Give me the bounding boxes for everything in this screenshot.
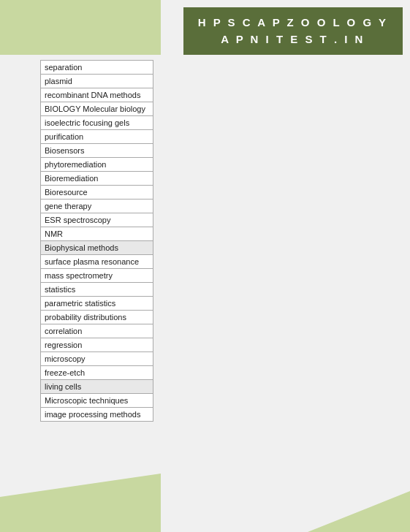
table-cell-label: correlation <box>41 324 153 338</box>
bg-bottom-right-shape <box>264 474 410 532</box>
table-cell-label: surface plasma resonance <box>41 255 153 269</box>
topic-table: separationplasmidrecombinant DNA methods… <box>40 60 153 422</box>
table-cell-label: regression <box>41 338 153 352</box>
bg-bottom-left-shape <box>0 474 161 532</box>
header-line2: A P N I T E S T . I N <box>221 33 365 45</box>
table-row: separation <box>41 61 153 75</box>
table-row: ESR spectroscopy <box>41 213 153 227</box>
table-cell-label: Bioresource <box>41 186 153 200</box>
header-title: H P S C A P Z O O L O G Y A P N I T E S … <box>198 15 388 48</box>
table-cell-label: parametric statistics <box>41 297 153 311</box>
table-row: Bioresource <box>41 186 153 200</box>
table-row: parametric statistics <box>41 297 153 311</box>
table-cell-label: ESR spectroscopy <box>41 213 153 227</box>
table-row: recombinant DNA methods <box>41 88 153 102</box>
table-cell-label: plasmid <box>41 75 153 88</box>
table-row: correlation <box>41 324 153 338</box>
table-cell-label: statistics <box>41 283 153 297</box>
table-row: Bioremediation <box>41 172 153 186</box>
table-cell-label: phytoremediation <box>41 158 153 172</box>
table-cell-label: probability distributions <box>41 311 153 324</box>
table-cell-label: BIOLOGY Molecular biology <box>41 102 153 116</box>
table-cell-label: freeze-etch <box>41 366 153 380</box>
table-cell-label: image processing methods <box>41 408 153 422</box>
table-row: plasmid <box>41 75 153 88</box>
header-line1: H P S C A P Z O O L O G Y <box>198 16 388 28</box>
table-row: surface plasma resonance <box>41 255 153 269</box>
table-cell-label: recombinant DNA methods <box>41 88 153 102</box>
table-cell-label: mass spectrometry <box>41 269 153 283</box>
table-cell-label: Bioremediation <box>41 172 153 186</box>
table-row: phytoremediation <box>41 158 153 172</box>
table-row: Biosensors <box>41 144 153 158</box>
table-row: mass spectrometry <box>41 269 153 283</box>
table-row: image processing methods <box>41 408 153 422</box>
table-row: regression <box>41 338 153 352</box>
table-row: freeze-etch <box>41 366 153 380</box>
table-row: BIOLOGY Molecular biology <box>41 102 153 116</box>
table-row: Microscopic techniques <box>41 394 153 408</box>
table-row: isoelectric focusing gels <box>41 116 153 130</box>
content-table-container: separationplasmidrecombinant DNA methods… <box>40 60 153 422</box>
table-row: gene therapy <box>41 200 153 213</box>
table-cell-label: separation <box>41 61 153 75</box>
table-cell-label: NMR <box>41 227 153 241</box>
table-row: living cells <box>41 380 153 394</box>
table-row: microscopy <box>41 352 153 366</box>
table-cell-label: gene therapy <box>41 200 153 213</box>
table-cell-label: isoelectric focusing gels <box>41 116 153 130</box>
table-row: Biophysical methods <box>41 241 153 255</box>
table-cell-label: Biosensors <box>41 144 153 158</box>
table-cell-label: living cells <box>41 380 153 394</box>
table-row: statistics <box>41 283 153 297</box>
table-cell-label: Biophysical methods <box>41 241 153 255</box>
table-row: probability distributions <box>41 311 153 324</box>
table-row: purification <box>41 130 153 144</box>
table-cell-label: microscopy <box>41 352 153 366</box>
table-cell-label: purification <box>41 130 153 144</box>
table-row: NMR <box>41 227 153 241</box>
bg-top-left-shape <box>0 0 161 55</box>
table-cell-label: Microscopic techniques <box>41 394 153 408</box>
header-banner: H P S C A P Z O O L O G Y A P N I T E S … <box>183 7 403 55</box>
